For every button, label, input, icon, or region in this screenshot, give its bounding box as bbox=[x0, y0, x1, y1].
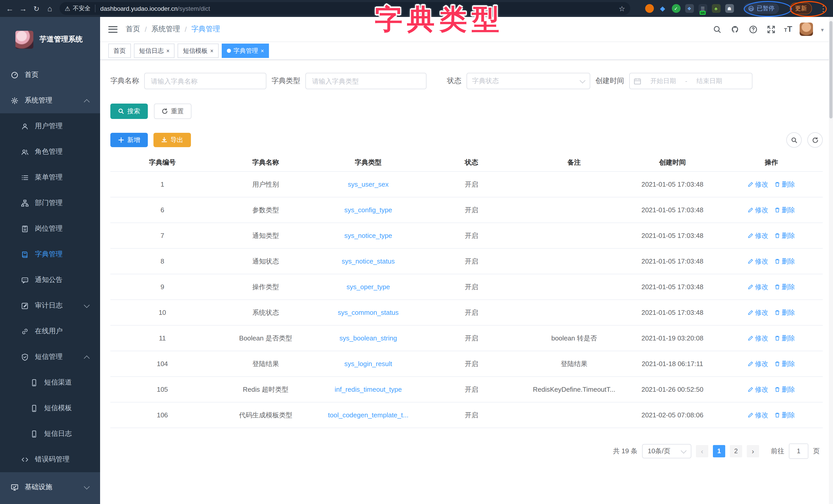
delete-link[interactable]: 删除 bbox=[775, 385, 795, 394]
tab-home[interactable]: 首页 bbox=[108, 44, 131, 58]
status-select[interactable]: 字典状态 bbox=[467, 73, 590, 89]
refresh-table-button[interactable] bbox=[807, 132, 823, 148]
reset-button[interactable]: 重置 bbox=[154, 104, 191, 119]
sidebar-item-notice[interactable]: 通知公告 bbox=[0, 267, 100, 293]
sidebar-item-roles[interactable]: 角色管理 bbox=[0, 139, 100, 165]
browser-update-button[interactable]: 更新 bbox=[790, 3, 812, 14]
sidebar-item-sms-template[interactable]: 短信模板 bbox=[0, 395, 100, 421]
breadcrumb-system[interactable]: 系统管理 bbox=[151, 25, 180, 34]
delete-link[interactable]: 删除 bbox=[775, 308, 795, 317]
dict-type-link[interactable]: sys_notice_type bbox=[317, 232, 420, 240]
edit-link[interactable]: 修改 bbox=[748, 180, 768, 189]
bookmark-star-icon[interactable] bbox=[619, 4, 625, 13]
sidebar-item-menus[interactable]: 菜单管理 bbox=[0, 165, 100, 190]
extension-icon-orange[interactable] bbox=[645, 4, 653, 13]
user-avatar[interactable] bbox=[800, 23, 813, 36]
delete-link[interactable]: 删除 bbox=[775, 333, 795, 343]
extension-icon-puzzle[interactable]: ☗ bbox=[725, 4, 734, 13]
end-date-input[interactable] bbox=[689, 77, 729, 85]
sidebar-item-sms-log[interactable]: 短信日志 bbox=[0, 421, 100, 447]
sidebar-item-system[interactable]: 系统管理 bbox=[0, 88, 100, 113]
dict-type-link[interactable]: sys_config_type bbox=[317, 206, 420, 214]
export-button[interactable]: 导出 bbox=[153, 133, 191, 147]
breadcrumb-home[interactable]: 首页 bbox=[126, 25, 140, 34]
start-date-input[interactable] bbox=[643, 77, 683, 85]
forward-icon[interactable] bbox=[17, 2, 30, 15]
help-icon[interactable] bbox=[748, 24, 758, 34]
tab-close-icon[interactable] bbox=[166, 48, 170, 54]
reload-icon[interactable] bbox=[30, 2, 43, 15]
delete-link[interactable]: 删除 bbox=[775, 205, 795, 215]
dict-type-link[interactable]: tool_codegen_template_t... bbox=[317, 411, 420, 419]
sidebar-item-error-code[interactable]: 错误码管理 bbox=[0, 447, 100, 472]
edit-link[interactable]: 修改 bbox=[748, 385, 768, 394]
sidebar-item-posts[interactable]: 岗位管理 bbox=[0, 216, 100, 242]
add-button[interactable]: 新增 bbox=[110, 133, 148, 147]
edit-link[interactable]: 修改 bbox=[748, 410, 768, 420]
dict-type-link[interactable]: sys_boolean_string bbox=[317, 334, 420, 342]
extension-icon-leaf[interactable]: ♣ bbox=[712, 4, 720, 13]
edit-link[interactable]: 修改 bbox=[748, 282, 768, 292]
delete-link[interactable]: 删除 bbox=[775, 282, 795, 292]
github-icon[interactable] bbox=[730, 24, 740, 34]
dict-type-link[interactable]: sys_notice_status bbox=[317, 257, 420, 265]
page-button-1[interactable]: 1 bbox=[713, 445, 725, 457]
delete-link[interactable]: 删除 bbox=[775, 231, 795, 240]
dict-type-link[interactable]: sys_oper_type bbox=[317, 283, 420, 291]
search-icon[interactable] bbox=[712, 24, 722, 34]
tab-close-icon[interactable] bbox=[261, 48, 264, 54]
tab-sms-template[interactable]: 短信模板 bbox=[178, 44, 219, 58]
edit-link[interactable]: 修改 bbox=[748, 333, 768, 343]
prev-page-button[interactable]: ‹ bbox=[696, 445, 708, 457]
extension-icon-green-circle[interactable]: ✓ bbox=[672, 4, 680, 13]
dict-type-link[interactable]: inf_redis_timeout_type bbox=[317, 385, 420, 393]
delete-link[interactable]: 删除 bbox=[775, 257, 795, 266]
profile-paused-chip[interactable]: 😃 已暂停 bbox=[743, 3, 779, 14]
sidebar-item-sms-channel[interactable]: 短信渠道 bbox=[0, 370, 100, 395]
toggle-search-button[interactable] bbox=[786, 132, 802, 148]
home-icon[interactable] bbox=[43, 2, 56, 15]
edit-link[interactable]: 修改 bbox=[748, 257, 768, 266]
site-security-chip[interactable]: 不安全 bbox=[65, 5, 96, 12]
address-bar[interactable]: 不安全 dashboard.yudao.iocoder.cn/system/di… bbox=[60, 2, 630, 15]
dict-name-input[interactable] bbox=[144, 73, 266, 89]
extension-icon-list[interactable]: ☰on bbox=[698, 4, 707, 13]
dict-type-link[interactable]: sys_user_sex bbox=[317, 180, 420, 188]
date-range-picker[interactable]: - bbox=[629, 73, 753, 89]
browser-menu-icon[interactable] bbox=[816, 2, 830, 15]
goto-page-input[interactable] bbox=[789, 444, 808, 459]
page-size-select[interactable]: 10条/页 bbox=[642, 444, 691, 458]
extension-icon-diamond[interactable]: ❖ bbox=[685, 4, 694, 13]
delete-link[interactable]: 删除 bbox=[775, 180, 795, 189]
sidebar-item-online-users[interactable]: 在线用户 bbox=[0, 319, 100, 344]
sidebar-item-audit-log[interactable]: 审计日志 bbox=[0, 293, 100, 319]
edit-link[interactable]: 修改 bbox=[748, 231, 768, 240]
next-page-button[interactable]: › bbox=[747, 445, 759, 457]
sidebar-item-home[interactable]: 首页 bbox=[0, 62, 100, 88]
extension-icon-gem[interactable]: ◆ bbox=[658, 4, 667, 13]
dict-type-link[interactable]: sys_login_result bbox=[317, 360, 420, 368]
font-size-icon[interactable]: TT bbox=[784, 26, 792, 33]
sidebar-item-users[interactable]: 用户管理 bbox=[0, 113, 100, 139]
sidebar-item-depts[interactable]: 部门管理 bbox=[0, 190, 100, 216]
dict-type-input[interactable] bbox=[305, 73, 427, 89]
scrollbar-thumb[interactable] bbox=[829, 21, 832, 119]
tab-sms-log[interactable]: 短信日志 bbox=[134, 44, 175, 58]
search-button[interactable]: 搜索 bbox=[110, 104, 148, 119]
tab-close-icon[interactable] bbox=[210, 48, 214, 54]
edit-link[interactable]: 修改 bbox=[748, 359, 768, 369]
dict-type-link[interactable]: sys_common_status bbox=[317, 309, 420, 316]
sidebar-item-sms[interactable]: 短信管理 bbox=[0, 344, 100, 370]
app-logo-row[interactable]: 芋道管理系统 bbox=[0, 17, 100, 62]
sidebar-item-infra[interactable]: 基础设施 bbox=[0, 474, 100, 500]
edit-link[interactable]: 修改 bbox=[748, 205, 768, 215]
sidebar-item-dict[interactable]: 字典管理 bbox=[0, 242, 100, 267]
back-icon[interactable] bbox=[3, 2, 17, 15]
hamburger-icon[interactable] bbox=[108, 26, 118, 32]
delete-link[interactable]: 删除 bbox=[775, 359, 795, 369]
avatar-caret-icon[interactable] bbox=[821, 25, 824, 34]
page-button-2[interactable]: 2 bbox=[730, 445, 742, 457]
tab-dict[interactable]: 字典管理 bbox=[222, 44, 269, 58]
fullscreen-icon[interactable] bbox=[766, 24, 776, 34]
delete-link[interactable]: 删除 bbox=[775, 410, 795, 420]
